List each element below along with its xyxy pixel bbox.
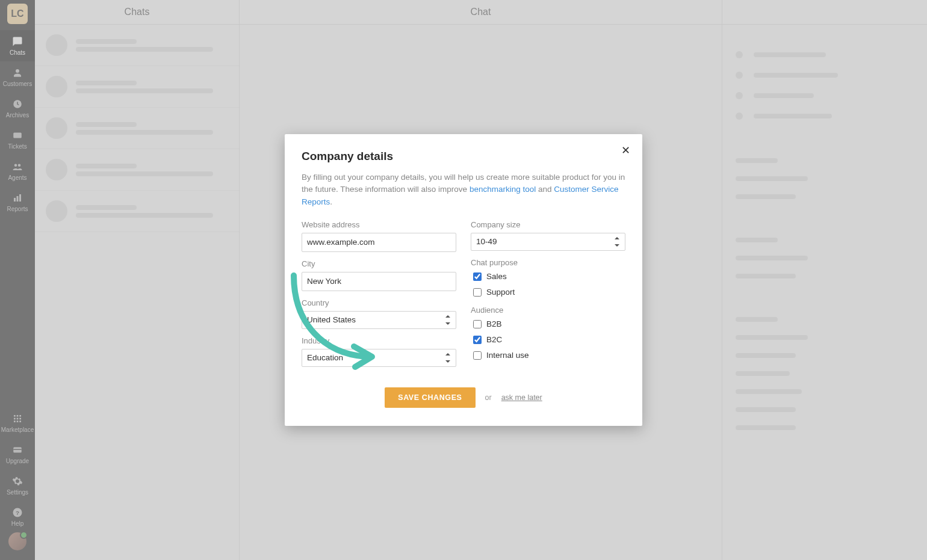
sales-checkbox[interactable] [473, 272, 482, 281]
modal-description: By filling out your company details, you… [302, 171, 625, 208]
industry-label: Industry [302, 336, 456, 345]
company-details-modal: ✕ Company details By filling out your co… [285, 134, 642, 426]
website-input[interactable] [302, 233, 456, 252]
purpose-support[interactable]: Support [471, 286, 625, 298]
benchmarking-link[interactable]: benchmarking tool [470, 185, 536, 194]
modal-overlay: ✕ Company details By filling out your co… [0, 0, 927, 560]
close-icon[interactable]: ✕ [621, 145, 630, 156]
purpose-sales[interactable]: Sales [471, 271, 625, 283]
audience-b2c[interactable]: B2C [471, 334, 625, 346]
modal-title: Company details [302, 150, 625, 163]
internal-checkbox[interactable] [473, 351, 482, 360]
audience-label: Audience [471, 306, 625, 315]
audience-internal[interactable]: Internal use [471, 349, 625, 362]
support-checkbox[interactable] [473, 288, 482, 297]
website-label: Website address [302, 220, 456, 229]
save-button[interactable]: SAVE CHANGES [385, 387, 475, 408]
purpose-label: Chat purpose [471, 258, 625, 267]
ask-later-link[interactable]: ask me later [501, 393, 542, 402]
city-input[interactable] [302, 272, 456, 291]
b2b-checkbox[interactable] [473, 320, 482, 328]
b2c-checkbox[interactable] [473, 336, 482, 344]
country-label: Country [302, 298, 456, 307]
audience-b2b[interactable]: B2B [471, 318, 625, 330]
size-select[interactable]: 10-49 [471, 233, 625, 251]
or-text: or [485, 393, 492, 402]
city-label: City [302, 259, 456, 268]
size-label: Company size [471, 220, 625, 229]
industry-select[interactable]: Education [302, 349, 456, 367]
country-select[interactable]: United States [302, 311, 456, 329]
